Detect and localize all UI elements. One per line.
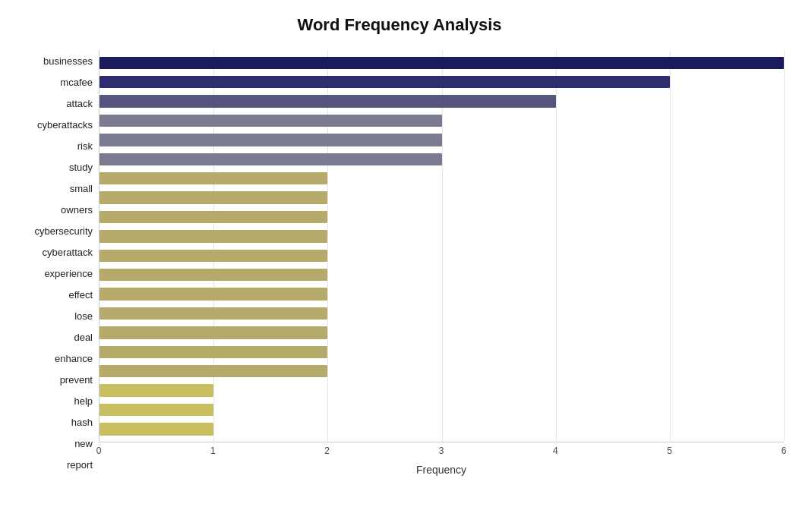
x-tick: 6 xyxy=(782,445,787,456)
bar-enhance xyxy=(99,326,327,338)
y-label-cyberattacks: cyberattacks xyxy=(37,120,93,130)
bar-row xyxy=(99,304,784,323)
bars-inner xyxy=(99,50,784,442)
bar-row xyxy=(99,150,784,168)
bars-and-x: 0123456 Frequency xyxy=(99,50,784,476)
bar-hash xyxy=(99,384,213,396)
bar-new xyxy=(99,404,213,416)
bar-help xyxy=(99,365,327,377)
y-label-help: help xyxy=(74,396,93,406)
bar-lose xyxy=(99,288,327,300)
bar-row xyxy=(99,131,784,150)
y-label-cybersecurity: cybersecurity xyxy=(34,226,93,236)
y-label-enhance: enhance xyxy=(55,354,93,364)
bar-row xyxy=(99,285,784,304)
bar-row xyxy=(99,246,784,265)
bar-cyberattack xyxy=(99,230,327,242)
bar-row xyxy=(99,111,784,130)
chart-area: businessesmcafeeattackcyberattacksriskst… xyxy=(15,50,784,476)
bar-row xyxy=(99,323,784,342)
bar-study xyxy=(99,153,442,165)
y-labels: businessesmcafeeattackcyberattacksriskst… xyxy=(15,50,99,476)
bar-row xyxy=(99,265,784,284)
x-tick: 4 xyxy=(553,445,558,456)
x-tick: 3 xyxy=(439,445,444,456)
y-label-risk: risk xyxy=(77,141,93,151)
bar-row xyxy=(99,207,784,226)
bar-row xyxy=(99,362,784,381)
bar-prevent xyxy=(99,346,327,358)
y-label-deal: deal xyxy=(74,332,93,342)
chart-container: Word Frequency Analysis businessesmcafee… xyxy=(0,0,799,532)
bars-panel xyxy=(99,50,784,442)
bar-row xyxy=(99,342,784,361)
bar-experience xyxy=(99,250,327,262)
bar-businesses xyxy=(99,57,784,69)
bar-risk xyxy=(99,134,442,146)
x-tick: 0 xyxy=(96,445,102,456)
x-axis: 0123456 xyxy=(99,442,784,461)
bar-row xyxy=(99,168,784,187)
y-label-mcafee: mcafee xyxy=(60,77,93,87)
y-label-attack: attack xyxy=(66,99,93,109)
bar-row xyxy=(99,227,784,246)
bar-deal xyxy=(99,307,327,320)
bar-cyberattacks xyxy=(99,115,442,127)
y-label-cyberattack: cyberattack xyxy=(43,247,93,257)
y-label-small: small xyxy=(70,184,93,194)
x-tick: 2 xyxy=(324,445,330,456)
chart-title: Word Frequency Analysis xyxy=(15,15,784,35)
grid-line xyxy=(784,50,785,442)
bar-attack xyxy=(99,95,556,107)
bar-row xyxy=(99,92,784,111)
y-label-report: report xyxy=(67,460,93,470)
bar-owners xyxy=(99,191,327,203)
bar-row xyxy=(99,72,784,91)
y-label-lose: lose xyxy=(74,311,93,321)
bar-small xyxy=(99,172,327,184)
bar-row xyxy=(99,188,784,207)
y-label-effect: effect xyxy=(68,290,93,300)
x-tick: 5 xyxy=(667,445,672,456)
y-label-businesses: businesses xyxy=(43,56,93,66)
y-label-hash: hash xyxy=(71,417,93,427)
y-label-owners: owners xyxy=(61,205,93,215)
y-label-study: study xyxy=(69,162,93,172)
x-axis-label: Frequency xyxy=(99,464,784,476)
bar-row xyxy=(99,381,784,400)
y-label-experience: experience xyxy=(44,269,93,279)
bar-report xyxy=(99,423,213,435)
bar-cybersecurity xyxy=(99,211,327,223)
bar-row xyxy=(99,420,784,439)
y-label-prevent: prevent xyxy=(60,375,93,385)
bar-row xyxy=(99,400,784,419)
y-label-new: new xyxy=(74,439,93,449)
bar-mcafee xyxy=(99,76,670,88)
bar-row xyxy=(99,53,784,72)
x-tick: 1 xyxy=(210,445,216,456)
bar-effect xyxy=(99,269,327,281)
